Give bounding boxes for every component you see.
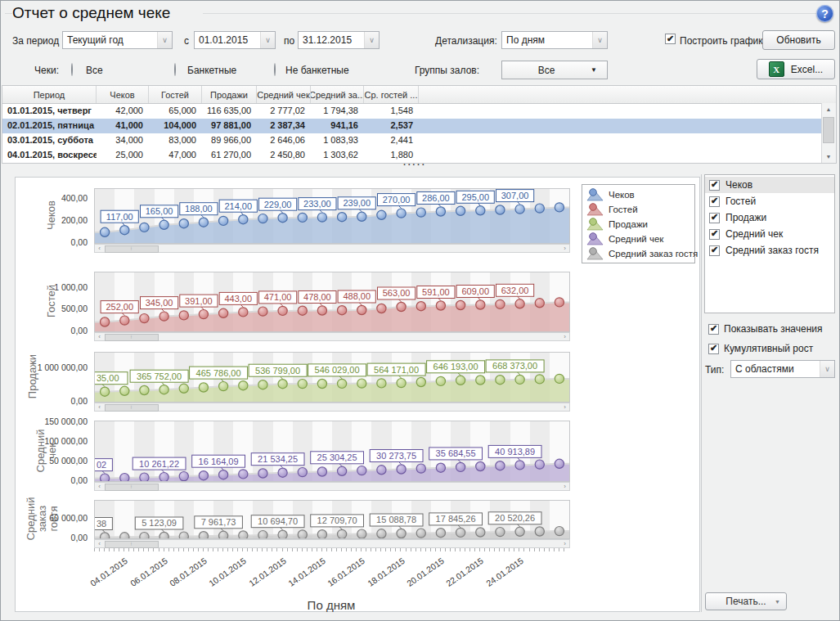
scrollbar-thumb[interactable]: [105, 541, 159, 548]
radio-non-banquet[interactable]: [274, 63, 276, 76]
data-point-value-label: 7 961,73: [201, 517, 236, 527]
data-point-marker: [377, 304, 386, 313]
table-row[interactable]: 03.01.2015, суббота34,00083,00089 966,00…: [2, 133, 836, 148]
help-icon[interactable]: ?: [816, 5, 833, 22]
chart-horizontal-scrollbar[interactable]: [94, 244, 570, 253]
data-point-marker: [456, 528, 465, 537]
scroll-right-icon[interactable]: [560, 540, 569, 547]
show-values-checkbox[interactable]: [708, 324, 719, 335]
column-header[interactable]: Чеков: [97, 86, 149, 103]
series-list-item[interactable]: Продажи: [705, 209, 834, 226]
scroll-left-icon[interactable]: [95, 540, 104, 547]
cell-value: 25,000: [97, 148, 149, 163]
data-point-marker: [258, 307, 267, 316]
series-checkbox[interactable]: [709, 180, 720, 191]
splitter-handle[interactable]: ·····: [403, 160, 426, 169]
data-point-marker: [338, 529, 347, 538]
data-point-value-label: 229,00: [264, 200, 292, 209]
chart-plot-4[interactable]: 0210 261,2216 164,0921 534,2525 304,2530…: [94, 421, 570, 482]
column-header[interactable]: Гостей: [149, 86, 202, 103]
data-point-marker: [140, 533, 149, 539]
chart-plot-5[interactable]: 385 123,097 961,7310 694,7012 709,7015 0…: [94, 500, 570, 539]
cell-period: 04.01.2015, воскресе...: [2, 148, 97, 163]
table-row[interactable]: 02.01.2015, пятница41,000104,00097 881,0…: [2, 119, 836, 133]
data-point-value-label: 307,00: [501, 191, 529, 200]
scrollbar-thumb[interactable]: [105, 404, 159, 412]
data-point-value-label: 214,00: [224, 201, 252, 211]
data-point-marker: [120, 474, 129, 482]
chevron-down-icon[interactable]: [820, 361, 834, 377]
series-list-item[interactable]: Средний заказ гостя: [705, 242, 834, 259]
date-to-select[interactable]: 31.12.2015: [298, 31, 380, 49]
cumulative-option[interactable]: Кумулятивный рост: [708, 343, 813, 354]
chevron-down-icon[interactable]: [157, 32, 172, 48]
show-values-option[interactable]: Показывать значения: [708, 323, 823, 335]
column-header[interactable]: Период: [2, 86, 97, 103]
data-point-value-label: 35 684,55: [436, 448, 476, 458]
scrollbar-thumb[interactable]: [105, 484, 159, 491]
detail-value: По дням: [502, 32, 592, 48]
chevron-down-icon[interactable]: [364, 32, 379, 48]
scroll-right-icon[interactable]: [560, 403, 569, 411]
data-point-marker: [496, 299, 505, 308]
print-button[interactable]: Печать...: [705, 592, 787, 610]
column-header[interactable]: Ср. гостей ...: [364, 86, 419, 103]
to-label: по: [284, 35, 294, 47]
chart-horizontal-scrollbar[interactable]: [94, 332, 570, 341]
scroll-right-icon[interactable]: [560, 245, 569, 252]
scroll-left-icon[interactable]: [95, 403, 104, 411]
chart-plot-2[interactable]: 252,00345,00391,00443,00471,00478,00488,…: [94, 272, 570, 332]
scroll-left-icon[interactable]: [95, 333, 104, 340]
cell-value: 116 635,00: [202, 104, 257, 119]
detail-select[interactable]: По дням: [501, 31, 608, 49]
table-row[interactable]: 01.01.2015, четверг42,00065,000116 635,0…: [2, 104, 836, 119]
scroll-left-icon[interactable]: [95, 483, 104, 490]
radio-all[interactable]: [71, 63, 73, 76]
caret-down-icon: [591, 66, 607, 74]
date-from-select[interactable]: 01.01.2015: [194, 31, 276, 49]
data-point-value-label: 35,00: [97, 373, 119, 383]
data-point-value-label: 591,00: [422, 287, 450, 297]
build-chart-checkbox[interactable]: [665, 34, 676, 44]
scroll-down-icon[interactable]: ▼: [822, 151, 835, 163]
series-checkbox[interactable]: [709, 213, 720, 223]
table-vertical-scrollbar[interactable]: ▲ ▼: [821, 103, 836, 163]
chevron-down-icon[interactable]: [260, 32, 275, 48]
refresh-button[interactable]: Обновить: [762, 30, 835, 50]
caret-down-icon: [775, 599, 780, 605]
series-list-item[interactable]: Гостей: [705, 193, 834, 209]
series-label: Средний заказ гостя: [725, 245, 819, 256]
cumulative-checkbox[interactable]: [708, 344, 719, 354]
cell-value: 2 450,80: [257, 148, 311, 163]
column-header[interactable]: Средний за...: [311, 86, 364, 103]
type-select[interactable]: С областями: [730, 360, 835, 378]
series-checkbox[interactable]: [709, 229, 720, 240]
radio-banquet[interactable]: [174, 63, 176, 76]
column-header[interactable]: Продажи: [202, 86, 257, 103]
data-point-marker: [416, 529, 425, 538]
chevron-down-icon[interactable]: [592, 32, 607, 48]
excel-button[interactable]: X Excel...: [757, 59, 835, 79]
chart-horizontal-scrollbar[interactable]: [94, 403, 570, 412]
series-checkbox[interactable]: [709, 245, 720, 256]
scrollbar-thumb[interactable]: [105, 334, 159, 341]
chart-plot-1[interactable]: 117,00165,00188,00214,00229,00233,00239,…: [94, 188, 570, 244]
x-axis-date-label: 06.01.2015: [122, 556, 169, 592]
series-list-item[interactable]: Средний чек: [705, 226, 834, 242]
data-point-marker: [159, 473, 168, 482]
data-point-marker: [515, 205, 524, 214]
series-checkbox[interactable]: [709, 196, 720, 207]
hall-groups-dropdown[interactable]: Все: [501, 61, 608, 79]
chart-horizontal-scrollbar[interactable]: [94, 539, 570, 548]
chart-plot-3[interactable]: 35,00365 752,00465 786,00536 799,00546 0…: [94, 352, 570, 403]
scrollbar-thumb[interactable]: [105, 245, 159, 253]
series-list-item[interactable]: Чеков: [705, 177, 834, 193]
period-select[interactable]: Текущий год: [62, 31, 173, 49]
scroll-up-icon[interactable]: ▲: [822, 103, 835, 115]
scrollbar-thumb[interactable]: [823, 117, 834, 143]
scroll-right-icon[interactable]: [560, 483, 569, 490]
chart-horizontal-scrollbar[interactable]: [94, 482, 570, 491]
scroll-right-icon[interactable]: [560, 333, 569, 340]
column-header[interactable]: Средний чек: [257, 86, 311, 103]
scroll-left-icon[interactable]: [95, 245, 104, 252]
